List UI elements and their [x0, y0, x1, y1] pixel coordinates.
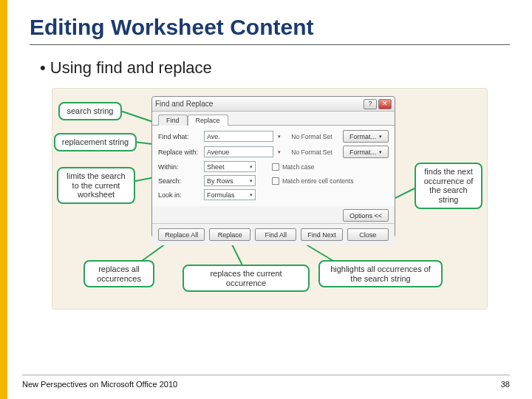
label-search: Search:	[158, 177, 200, 185]
chevron-down-icon[interactable]: ▾	[278, 149, 281, 155]
dialog-titlebar: Find and Replace ? ✕	[152, 97, 395, 112]
dialog-button-row: Replace All Replace Find All Find Next C…	[152, 223, 395, 245]
replace-with-input[interactable]: Avenue	[204, 146, 273, 157]
find-replace-dialog: Find and Replace ? ✕ Find Replace Find w…	[151, 96, 395, 238]
replace-format-button[interactable]: Format...▾	[343, 146, 389, 158]
find-all-button[interactable]: Find All	[255, 228, 296, 241]
options-button[interactable]: Options <<	[343, 209, 389, 222]
label-find-what: Find what:	[158, 133, 200, 140]
label-replace-with: Replace with:	[158, 149, 200, 156]
window-buttons: ? ✕	[364, 99, 392, 109]
callout-search-string: search string	[58, 102, 122, 120]
label-within: Within:	[158, 163, 200, 171]
chevron-down-icon[interactable]: ▾	[278, 134, 281, 140]
callout-replacement-string: replacement string	[54, 133, 137, 151]
replace-all-button[interactable]: Replace All	[158, 228, 205, 241]
slide-footer: New Perspectives on Microsoft Office 201…	[22, 375, 510, 389]
figure-area: Find and Replace ? ✕ Find Replace Find w…	[52, 88, 488, 310]
tab-replace[interactable]: Replace	[188, 115, 228, 126]
slide-body: Editing Worksheet Content Using find and…	[7, 0, 532, 399]
footer-text: New Perspectives on Microsoft Office 201…	[22, 380, 177, 389]
match-case-check[interactable]: Match case	[272, 163, 314, 171]
look-in-combo[interactable]: Formulas▾	[204, 189, 256, 200]
callout-highlights-all: highlights all occurrences of the search…	[318, 260, 443, 287]
slide-bullet: Using find and replace	[40, 58, 510, 78]
find-what-input[interactable]: Ave.	[204, 131, 273, 142]
close-icon[interactable]: ✕	[378, 99, 392, 109]
find-format-button[interactable]: Format...▾	[343, 130, 389, 143]
page-number: 38	[501, 380, 510, 389]
dialog-form: Find what: Ave. ▾ No Format Set Format..…	[152, 126, 395, 206]
find-next-button[interactable]: Find Next	[301, 228, 343, 241]
dialog-tabs: Find Replace	[158, 115, 395, 126]
slide-accent-bar	[0, 0, 7, 399]
replace-button[interactable]: Replace	[209, 228, 250, 241]
within-combo[interactable]: Sheet▾	[204, 161, 256, 172]
close-button[interactable]: Close	[347, 228, 389, 241]
callout-replaces-current: replaces the current occurrence	[183, 265, 310, 292]
callout-finds-next: finds the next occurrence of the search …	[415, 163, 482, 209]
match-entire-check[interactable]: Match entire cell contents	[272, 177, 353, 185]
replace-format-info: No Format Set	[285, 149, 338, 156]
tab-find[interactable]: Find	[158, 115, 188, 126]
callout-limits-sheet: limits the search to the current workshe…	[57, 167, 135, 204]
slide-title: Editing Worksheet Content	[30, 15, 510, 45]
help-icon[interactable]: ?	[364, 99, 377, 109]
search-combo[interactable]: By Rows▾	[204, 175, 256, 186]
label-look-in: Look in:	[158, 191, 200, 199]
callout-replaces-all: replaces all occurrences	[83, 260, 154, 287]
dialog-title: Find and Replace	[155, 100, 213, 108]
find-format-info: No Format Set	[285, 133, 338, 140]
